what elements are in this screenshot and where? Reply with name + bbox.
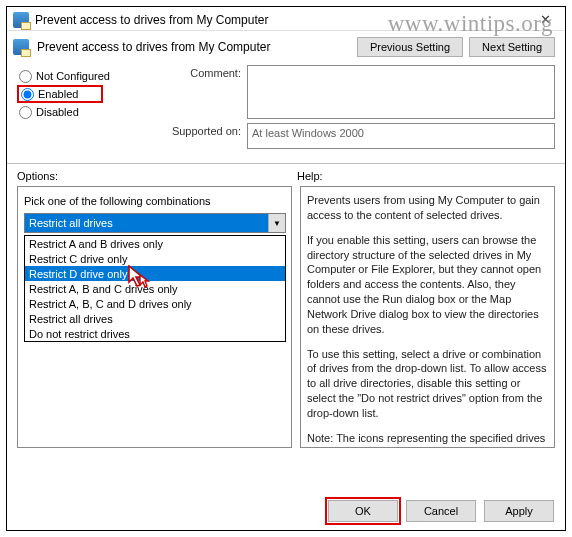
titlebar: Prevent access to drives from My Compute… <box>7 7 565 31</box>
panels: Pick one of the following combinations R… <box>7 184 565 448</box>
dropdown-item[interactable]: Restrict all drives <box>25 311 285 326</box>
options-panel: Pick one of the following combinations R… <box>17 186 292 448</box>
radio-not-configured-label: Not Configured <box>36 70 110 82</box>
radio-disabled[interactable]: Disabled <box>17 103 157 121</box>
pick-label: Pick one of the following combinations <box>24 195 285 207</box>
section-labels: Options: Help: <box>7 164 565 184</box>
radio-enabled-label: Enabled <box>38 88 78 100</box>
dialog-window: Prevent access to drives from My Compute… <box>7 7 565 530</box>
help-label: Help: <box>297 170 555 182</box>
dropdown-item[interactable]: Restrict D drive only <box>25 266 285 281</box>
supported-label: Supported on: <box>157 123 247 137</box>
policy-title: Prevent access to drives from My Compute… <box>37 40 270 54</box>
state-block: Not Configured Enabled Disabled Comment:… <box>7 61 565 157</box>
policy-icon <box>13 39 29 55</box>
state-radios: Not Configured Enabled Disabled <box>17 65 157 153</box>
help-paragraph: If you enable this setting, users can br… <box>307 233 548 337</box>
close-button[interactable]: ✕ <box>525 8 565 32</box>
dropdown-item[interactable]: Restrict A, B and C drives only <box>25 281 285 296</box>
outer-frame: Prevent access to drives from My Compute… <box>6 6 566 531</box>
dropdown-item[interactable]: Do not restrict drives <box>25 326 285 341</box>
supported-text: At least Windows 2000 <box>247 123 555 149</box>
options-label: Options: <box>17 170 297 182</box>
help-paragraph: Prevents users from using My Computer to… <box>307 193 548 223</box>
next-setting-button[interactable]: Next Setting <box>469 37 555 57</box>
header-row: Prevent access to drives from My Compute… <box>7 31 565 61</box>
radio-enabled-input[interactable] <box>21 88 34 101</box>
ok-button[interactable]: OK <box>328 500 398 522</box>
radio-not-configured[interactable]: Not Configured <box>17 67 157 85</box>
window-title: Prevent access to drives from My Compute… <box>35 13 525 27</box>
radio-disabled-label: Disabled <box>36 106 79 118</box>
radio-enabled[interactable]: Enabled <box>17 85 103 103</box>
help-panel: Prevents users from using My Computer to… <box>300 186 555 448</box>
radio-not-configured-input[interactable] <box>19 70 32 83</box>
previous-setting-button[interactable]: Previous Setting <box>357 37 463 57</box>
comment-label: Comment: <box>157 65 247 79</box>
cancel-button[interactable]: Cancel <box>406 500 476 522</box>
help-paragraph: Note: The icons representing the specifi… <box>307 431 548 448</box>
comment-textarea[interactable] <box>247 65 555 119</box>
combobox-selected: Restrict all drives <box>25 214 268 232</box>
radio-disabled-input[interactable] <box>19 106 32 119</box>
policy-icon <box>13 12 29 28</box>
dropdown-item[interactable]: Restrict A and B drives only <box>25 236 285 251</box>
chevron-down-icon[interactable]: ▼ <box>268 214 285 232</box>
footer-buttons: OK Cancel Apply <box>328 500 554 522</box>
dropdown-item[interactable]: Restrict A, B, C and D drives only <box>25 296 285 311</box>
combinations-dropdown[interactable]: Restrict A and B drives only Restrict C … <box>24 235 286 342</box>
dropdown-item[interactable]: Restrict C drive only <box>25 251 285 266</box>
apply-button[interactable]: Apply <box>484 500 554 522</box>
help-paragraph: To use this setting, select a drive or c… <box>307 347 548 421</box>
combinations-combobox[interactable]: Restrict all drives ▼ <box>24 213 286 233</box>
